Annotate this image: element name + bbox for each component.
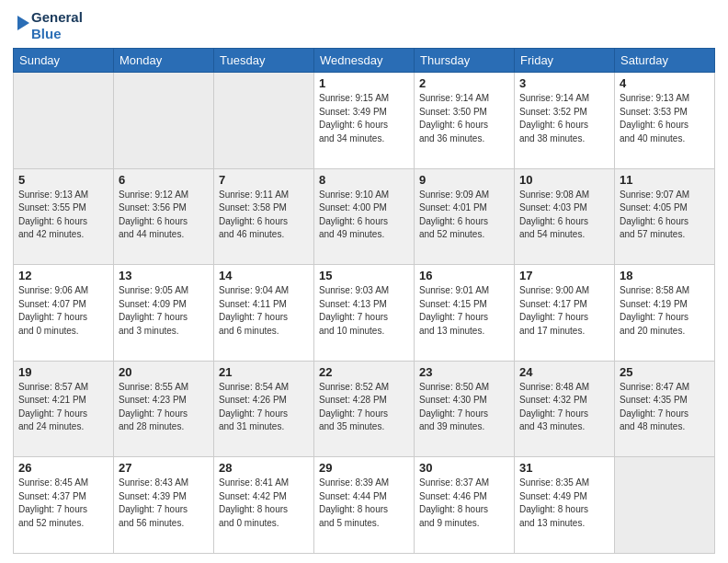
calendar-cell: 25Sunrise: 8:47 AMSunset: 4:35 PMDayligh… — [615, 361, 715, 457]
day-info: Sunrise: 9:03 AMSunset: 4:13 PMDaylight:… — [319, 284, 409, 338]
day-info: Sunrise: 9:06 AMSunset: 4:07 PMDaylight:… — [18, 284, 108, 338]
day-number: 10 — [519, 173, 609, 187]
col-header-tuesday: Tuesday — [214, 49, 314, 73]
day-number: 25 — [620, 365, 710, 379]
day-info: Sunrise: 8:47 AMSunset: 4:35 PMDaylight:… — [620, 381, 710, 434]
calendar-cell: 2Sunrise: 9:14 AMSunset: 3:50 PMDaylight… — [415, 73, 515, 169]
day-info: Sunrise: 8:37 AMSunset: 4:46 PMDaylight:… — [419, 477, 509, 530]
day-number: 11 — [620, 173, 710, 187]
logo-text-general: General — [31, 9, 83, 26]
calendar-cell: 30Sunrise: 8:37 AMSunset: 4:46 PMDayligh… — [415, 457, 515, 554]
calendar-cell: 28Sunrise: 8:41 AMSunset: 4:42 PMDayligh… — [214, 457, 314, 554]
day-number: 15 — [319, 269, 409, 282]
day-number: 16 — [419, 269, 509, 282]
calendar-cell: 29Sunrise: 8:39 AMSunset: 4:44 PMDayligh… — [314, 457, 415, 554]
day-number: 27 — [119, 461, 209, 475]
day-info: Sunrise: 8:58 AMSunset: 4:19 PMDaylight:… — [620, 284, 710, 338]
day-number: 6 — [119, 173, 209, 187]
day-info: Sunrise: 9:05 AMSunset: 4:09 PMDaylight:… — [119, 284, 209, 338]
day-number: 29 — [319, 461, 409, 475]
col-header-thursday: Thursday — [415, 49, 515, 73]
calendar-cell: 1Sunrise: 9:15 AMSunset: 3:49 PMDaylight… — [314, 73, 415, 169]
day-number: 30 — [419, 461, 509, 475]
col-header-monday: Monday — [114, 49, 214, 73]
calendar-cell: 27Sunrise: 8:43 AMSunset: 4:39 PMDayligh… — [114, 457, 214, 554]
calendar-cell — [14, 73, 114, 169]
calendar-cell: 19Sunrise: 8:57 AMSunset: 4:21 PMDayligh… — [14, 361, 114, 457]
day-number: 3 — [519, 76, 609, 90]
calendar-cell: 31Sunrise: 8:35 AMSunset: 4:49 PMDayligh… — [515, 457, 615, 554]
calendar-cell: 26Sunrise: 8:45 AMSunset: 4:37 PMDayligh… — [14, 457, 114, 554]
logo-text-blue: Blue — [31, 26, 83, 42]
col-header-saturday: Saturday — [615, 49, 715, 73]
day-number: 21 — [219, 365, 309, 379]
day-number: 28 — [219, 461, 309, 475]
day-number: 20 — [119, 365, 209, 379]
calendar-cell: 16Sunrise: 9:01 AMSunset: 4:15 PMDayligh… — [415, 265, 515, 362]
day-info: Sunrise: 8:43 AMSunset: 4:39 PMDaylight:… — [119, 477, 209, 530]
calendar-cell: 3Sunrise: 9:14 AMSunset: 3:52 PMDaylight… — [515, 73, 615, 169]
week-row-2: 5Sunrise: 9:13 AMSunset: 3:55 PMDaylight… — [14, 168, 715, 265]
calendar-cell: 17Sunrise: 9:00 AMSunset: 4:17 PMDayligh… — [515, 265, 615, 362]
header-row: SundayMondayTuesdayWednesdayThursdayFrid… — [14, 49, 715, 73]
calendar-cell: 15Sunrise: 9:03 AMSunset: 4:13 PMDayligh… — [314, 265, 415, 362]
day-info: Sunrise: 8:35 AMSunset: 4:49 PMDaylight:… — [519, 477, 609, 530]
day-number: 4 — [620, 76, 710, 90]
day-info: Sunrise: 9:07 AMSunset: 4:05 PMDaylight:… — [620, 189, 710, 242]
col-header-sunday: Sunday — [14, 49, 114, 73]
calendar-cell: 6Sunrise: 9:12 AMSunset: 3:56 PMDaylight… — [114, 168, 214, 265]
col-header-wednesday: Wednesday — [314, 49, 415, 73]
calendar-table: SundayMondayTuesdayWednesdayThursdayFrid… — [13, 48, 715, 554]
day-info: Sunrise: 8:57 AMSunset: 4:21 PMDaylight:… — [18, 381, 108, 434]
day-number: 23 — [419, 365, 509, 379]
calendar-cell: 13Sunrise: 9:05 AMSunset: 4:09 PMDayligh… — [114, 265, 214, 362]
day-info: Sunrise: 8:45 AMSunset: 4:37 PMDaylight:… — [18, 477, 108, 530]
week-row-5: 26Sunrise: 8:45 AMSunset: 4:37 PMDayligh… — [14, 457, 715, 554]
day-info: Sunrise: 9:09 AMSunset: 4:01 PMDaylight:… — [419, 189, 509, 242]
calendar-cell — [615, 457, 715, 554]
calendar-cell: 24Sunrise: 8:48 AMSunset: 4:32 PMDayligh… — [515, 361, 615, 457]
calendar-cell: 10Sunrise: 9:08 AMSunset: 4:03 PMDayligh… — [515, 168, 615, 265]
day-info: Sunrise: 8:52 AMSunset: 4:28 PMDaylight:… — [319, 381, 409, 434]
day-info: Sunrise: 9:14 AMSunset: 3:50 PMDaylight:… — [419, 92, 509, 145]
day-number: 8 — [319, 173, 409, 187]
day-info: Sunrise: 9:00 AMSunset: 4:17 PMDaylight:… — [519, 284, 609, 338]
calendar-cell: 9Sunrise: 9:09 AMSunset: 4:01 PMDaylight… — [415, 168, 515, 265]
day-info: Sunrise: 8:54 AMSunset: 4:26 PMDaylight:… — [219, 381, 309, 434]
calendar-cell — [114, 73, 214, 169]
day-number: 18 — [620, 269, 710, 282]
logo: General Blue — [13, 9, 83, 42]
day-info: Sunrise: 9:08 AMSunset: 4:03 PMDaylight:… — [519, 189, 609, 242]
day-info: Sunrise: 8:55 AMSunset: 4:23 PMDaylight:… — [119, 381, 209, 434]
day-number: 2 — [419, 76, 509, 90]
calendar-cell: 5Sunrise: 9:13 AMSunset: 3:55 PMDaylight… — [14, 168, 114, 265]
day-number: 13 — [119, 269, 209, 282]
day-info: Sunrise: 8:41 AMSunset: 4:42 PMDaylight:… — [219, 477, 309, 530]
calendar-cell: 4Sunrise: 9:13 AMSunset: 3:53 PMDaylight… — [615, 73, 715, 169]
day-info: Sunrise: 9:13 AMSunset: 3:53 PMDaylight:… — [620, 92, 710, 145]
calendar-cell — [214, 73, 314, 169]
calendar-cell: 22Sunrise: 8:52 AMSunset: 4:28 PMDayligh… — [314, 361, 415, 457]
calendar-cell: 7Sunrise: 9:11 AMSunset: 3:58 PMDaylight… — [214, 168, 314, 265]
day-number: 1 — [319, 76, 409, 90]
day-info: Sunrise: 9:13 AMSunset: 3:55 PMDaylight:… — [18, 189, 108, 242]
day-number: 9 — [419, 173, 509, 187]
page: General Blue SundayMondayTuesdayWednesda… — [0, 0, 728, 563]
day-info: Sunrise: 9:14 AMSunset: 3:52 PMDaylight:… — [519, 92, 609, 145]
week-row-4: 19Sunrise: 8:57 AMSunset: 4:21 PMDayligh… — [14, 361, 715, 457]
calendar-cell: 8Sunrise: 9:10 AMSunset: 4:00 PMDaylight… — [314, 168, 415, 265]
week-row-1: 1Sunrise: 9:15 AMSunset: 3:49 PMDaylight… — [14, 73, 715, 169]
day-number: 14 — [219, 269, 309, 282]
day-number: 12 — [18, 269, 108, 282]
day-info: Sunrise: 9:15 AMSunset: 3:49 PMDaylight:… — [319, 92, 409, 145]
day-number: 19 — [18, 365, 108, 379]
day-number: 17 — [519, 269, 609, 282]
svg-marker-0 — [17, 16, 29, 30]
logo-triangle-icon — [13, 16, 29, 36]
day-info: Sunrise: 8:39 AMSunset: 4:44 PMDaylight:… — [319, 477, 409, 530]
calendar-cell: 18Sunrise: 8:58 AMSunset: 4:19 PMDayligh… — [615, 265, 715, 362]
calendar-cell: 21Sunrise: 8:54 AMSunset: 4:26 PMDayligh… — [214, 361, 314, 457]
col-header-friday: Friday — [515, 49, 615, 73]
day-info: Sunrise: 8:48 AMSunset: 4:32 PMDaylight:… — [519, 381, 609, 434]
day-number: 7 — [219, 173, 309, 187]
